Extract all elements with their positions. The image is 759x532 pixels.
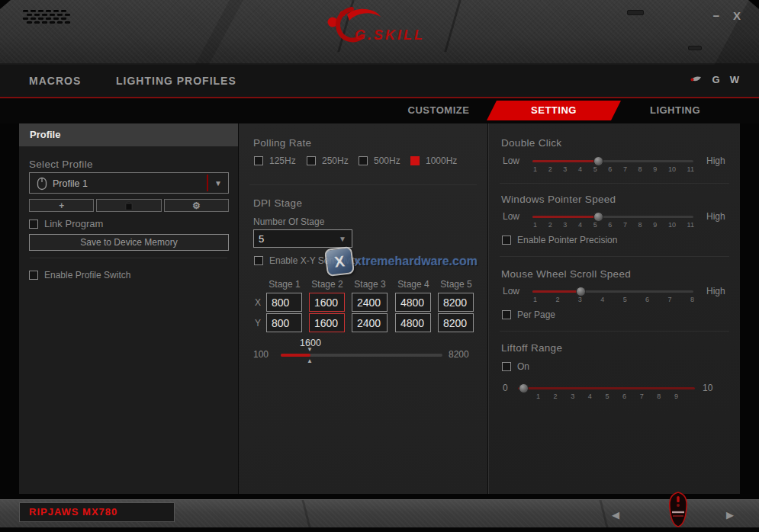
tick-label: 2	[554, 393, 558, 400]
enable-profile-switch-checkbox[interactable]	[29, 271, 38, 280]
w-link[interactable]: W	[730, 74, 739, 85]
prev-device-arrow[interactable]: ◀	[612, 509, 619, 521]
liftoff-on-checkbox[interactable]	[502, 362, 511, 371]
dpi-x-stage2-input[interactable]	[309, 293, 345, 312]
tick-label: 8	[657, 393, 661, 400]
dpi-slider[interactable]: ▼ ▲	[281, 354, 442, 357]
dpi-marker-up-icon[interactable]: ▲	[307, 358, 313, 364]
dpi-x-stage1-input[interactable]	[266, 293, 302, 312]
section-divider	[249, 184, 477, 185]
dpi-y-stage4-input[interactable]	[395, 313, 431, 332]
link-program-checkbox[interactable]	[29, 220, 38, 229]
xy-sensitivity-checkbox[interactable]	[254, 256, 263, 265]
section-divider	[500, 331, 729, 332]
scroll-speed-slider[interactable]	[532, 290, 693, 293]
device-mouse-icon[interactable]	[665, 491, 691, 529]
tick-label: 9	[653, 221, 657, 229]
delete-profile-button[interactable]	[96, 199, 161, 212]
dpi-y-stage2-input[interactable]	[309, 313, 345, 332]
add-profile-button[interactable]: +	[29, 199, 94, 212]
dpi-y-stage1-input[interactable]	[266, 313, 302, 332]
profile-dropdown[interactable]: Profile 1 ▼	[29, 172, 229, 194]
double-click-ticks: 1234567891011	[533, 165, 694, 173]
polling-rate-title: Polling Rate	[253, 137, 311, 149]
tick-label: 6	[622, 393, 626, 400]
gskill-logo-text: G.SKILL	[355, 27, 425, 43]
dpi-y-stage3-input[interactable]	[352, 313, 388, 332]
profile-panel-header: Profile	[19, 123, 238, 146]
dpi-stage-title: DPI Stage	[253, 197, 302, 209]
tick-label: 2	[548, 165, 552, 173]
pointer-speed-slider[interactable]	[532, 216, 693, 218]
dpi-x-stage5-input[interactable]	[438, 293, 474, 312]
tick-label: 6	[608, 165, 612, 173]
tick-label: 7	[668, 296, 672, 303]
dpi-x-stage4-input[interactable]	[395, 293, 431, 312]
tab-lighting[interactable]: LIGHTING	[626, 104, 725, 116]
tick-label: 4	[578, 165, 582, 173]
pointer-precision-checkbox[interactable]	[502, 236, 511, 245]
save-to-device-button[interactable]: Save to Device Memory	[29, 234, 229, 251]
number-of-stage-label: Number Of Stage	[253, 216, 324, 227]
polling-125hz-checkbox[interactable]	[254, 156, 263, 165]
tick-label: 2	[548, 221, 552, 229]
profile-settings-button[interactable]: ⚙	[164, 199, 229, 212]
tick-label: 1	[533, 165, 537, 173]
tick-label: 4	[600, 296, 604, 303]
pointer-speed-ticks: 1234567891011	[533, 221, 694, 229]
liftoff-slider[interactable]	[518, 387, 695, 389]
pointer-precision-label: Enable Pointer Precision	[517, 235, 617, 245]
tab-setting[interactable]: SETTING	[487, 101, 621, 120]
stage2-header: Stage 2	[308, 279, 346, 290]
per-page-checkbox[interactable]	[502, 310, 511, 319]
title-bar: G.SKILL − X	[0, 0, 759, 65]
dpi-x-stage3-input[interactable]	[352, 293, 388, 312]
liftoff-slider-knob[interactable]	[519, 383, 529, 393]
section-divider	[500, 183, 729, 184]
scroll-speed-slider-fill	[532, 290, 581, 293]
tick-label: 7	[640, 393, 644, 400]
settings-middle-panel: Polling Rate 125Hz 250Hz 500Hz 1000Hz DP…	[239, 123, 488, 494]
xy-sensitivity-label: Enable X-Y Sensitivity	[269, 255, 359, 266]
tick-label: 8	[638, 165, 642, 173]
polling-500hz-label: 500Hz	[374, 155, 400, 166]
gskill-device-icon[interactable]	[690, 75, 703, 84]
dpi-marker-down-icon[interactable]: ▼	[307, 347, 313, 353]
liftoff-range-title: Liftoff Range	[501, 342, 562, 354]
liftoff-on-label: On	[517, 361, 529, 372]
profile-panel: Profile Select Profile Profile 1 ▼ + ⚙ L…	[19, 123, 239, 494]
tab-customize[interactable]: CUSTOMIZE	[381, 104, 496, 116]
g-link[interactable]: G	[712, 74, 720, 85]
tick-label: 11	[687, 221, 694, 229]
tick-label: 10	[668, 165, 676, 173]
tick-label: 3	[571, 393, 574, 400]
polling-500hz-checkbox[interactable]	[359, 156, 368, 165]
tick-label: 9	[674, 393, 678, 400]
low-label: Low	[503, 286, 519, 296]
liftoff-ticks: 123456789	[536, 393, 678, 400]
polling-125hz-label: 125Hz	[269, 155, 296, 166]
next-device-arrow[interactable]: ▶	[726, 509, 734, 521]
number-of-stage-dropdown[interactable]: 5 ▼	[253, 229, 352, 248]
double-click-slider[interactable]	[532, 160, 693, 162]
tick-label: 4	[578, 221, 582, 229]
minimize-button[interactable]: −	[709, 9, 723, 22]
chevron-down-icon[interactable]: ▼	[214, 179, 222, 187]
dpi-y-stage5-input[interactable]	[438, 313, 474, 332]
close-button[interactable]: X	[730, 9, 744, 22]
high-label: High	[706, 155, 725, 166]
polling-250hz-checkbox[interactable]	[307, 156, 316, 165]
dpi-min-label: 100	[253, 349, 269, 360]
polling-1000hz-checkbox[interactable]	[410, 156, 420, 165]
selected-profile: Profile 1	[53, 178, 88, 189]
gear-icon: ⚙	[192, 201, 201, 210]
polling-250hz-label: 250Hz	[322, 155, 349, 166]
tick-label: 10	[668, 221, 676, 229]
panel-notch	[688, 46, 702, 50]
vent-grille	[23, 10, 70, 25]
menu-lighting-profiles[interactable]: LIGHTING PROFILES	[116, 75, 236, 87]
double-click-title: Double Click	[501, 137, 561, 149]
menu-macros[interactable]: MACROS	[29, 75, 81, 87]
tick-label: 3	[563, 221, 567, 229]
y-row-label: Y	[255, 318, 261, 328]
